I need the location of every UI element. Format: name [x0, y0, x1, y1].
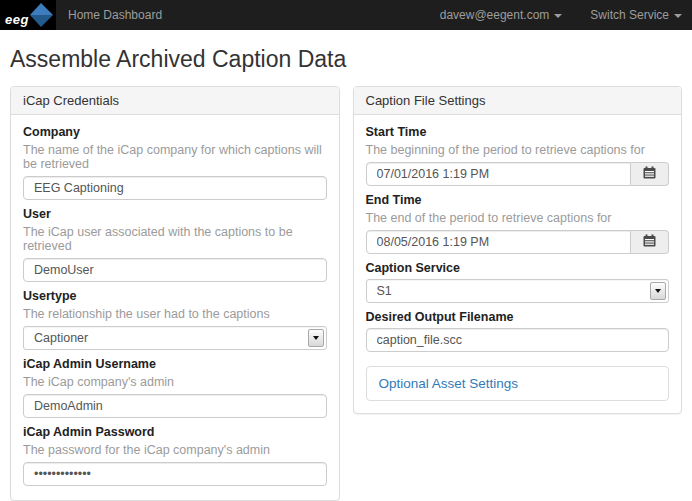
company-input[interactable] — [23, 176, 327, 200]
caret-down-icon — [554, 14, 562, 18]
top-navbar: eeg Home Dashboard davew@eegent.com Swit… — [0, 0, 692, 30]
admin-password-help-text: The password for the iCap company's admi… — [23, 443, 327, 457]
start-time-help-text: The beginning of the period to retrieve … — [366, 143, 670, 157]
switch-service-dropdown[interactable]: Switch Service — [590, 8, 682, 22]
admin-password-input[interactable] — [23, 462, 327, 486]
user-menu-dropdown[interactable]: davew@eegent.com — [440, 8, 563, 22]
caret-down-icon — [650, 282, 666, 300]
company-help-text: The name of the iCap company for which c… — [23, 143, 327, 171]
usertype-select[interactable]: Captioner — [23, 326, 327, 350]
admin-username-help-text: The iCap company's admin — [23, 375, 327, 389]
admin-password-label: iCap Admin Password — [23, 425, 327, 439]
admin-username-label: iCap Admin Username — [23, 357, 327, 371]
caret-down-icon — [308, 329, 324, 347]
start-time-calendar-button[interactable] — [631, 162, 669, 186]
icap-credentials-panel: iCap Credentials Company The name of the… — [10, 86, 340, 501]
calendar-icon — [643, 234, 656, 250]
usertype-selected-value: Captioner — [34, 331, 88, 345]
caption-service-selected-value: S1 — [377, 284, 392, 298]
optional-asset-settings-panel: Optional Asset Settings — [366, 366, 670, 401]
caption-file-settings-panel: Caption File Settings Start Time The beg… — [353, 86, 683, 414]
home-dashboard-link[interactable]: Home Dashboard — [68, 8, 162, 22]
caption-file-settings-heading: Caption File Settings — [354, 87, 682, 115]
optional-asset-settings-link[interactable]: Optional Asset Settings — [379, 376, 519, 391]
eeg-diamond-icon — [27, 1, 55, 32]
start-time-input[interactable] — [366, 162, 632, 186]
end-time-label: End Time — [366, 193, 670, 207]
output-filename-label: Desired Output Filename — [366, 310, 670, 324]
company-label: Company — [23, 125, 327, 139]
user-email-label: davew@eegent.com — [440, 8, 550, 22]
user-input[interactable] — [23, 258, 327, 282]
usertype-help-text: The relationship the user had to the cap… — [23, 307, 327, 321]
user-help-text: The iCap user associated with the captio… — [23, 225, 327, 253]
usertype-label: Usertype — [23, 289, 327, 303]
caption-service-select[interactable]: S1 — [366, 279, 670, 303]
end-time-input[interactable] — [366, 230, 632, 254]
caret-down-icon — [674, 14, 682, 18]
caption-service-label: Caption Service — [366, 261, 670, 275]
page-title: Assemble Archived Caption Data — [10, 46, 682, 73]
end-time-help-text: The end of the period to retrieve captio… — [366, 211, 670, 225]
admin-username-input[interactable] — [23, 394, 327, 418]
eeg-logo-text: eeg — [5, 12, 29, 27]
output-filename-input[interactable] — [366, 328, 670, 352]
eeg-logo[interactable]: eeg — [0, 0, 56, 30]
start-time-label: Start Time — [366, 125, 670, 139]
switch-service-label: Switch Service — [590, 8, 669, 22]
user-label: User — [23, 207, 327, 221]
icap-credentials-heading: iCap Credentials — [11, 87, 339, 115]
calendar-icon — [643, 166, 656, 182]
end-time-calendar-button[interactable] — [631, 230, 669, 254]
